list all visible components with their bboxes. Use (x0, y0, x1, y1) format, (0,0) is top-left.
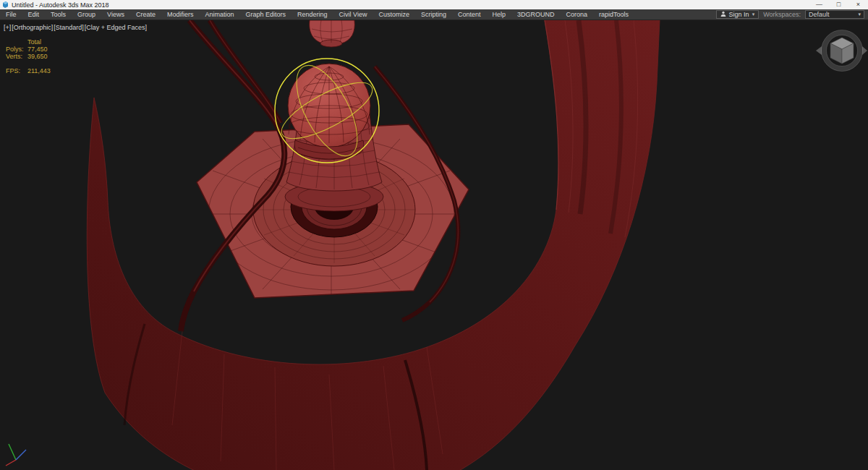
menu-help[interactable]: Help (486, 9, 511, 20)
menu-animation[interactable]: Animation (199, 9, 239, 20)
menu-3dground[interactable]: 3DGROUND (511, 9, 561, 20)
menu-content[interactable]: Content (452, 9, 487, 20)
workspace-select[interactable]: Default ▾ (805, 10, 864, 19)
menu-file[interactable]: File (0, 9, 22, 20)
menubar: FileEditToolsGroupViewsCreateModifiersAn… (0, 9, 868, 20)
viewport[interactable]: [+][Orthographic][Standard][Clay + Edged… (0, 20, 868, 470)
stat-verts: Verts:39,650 (6, 53, 51, 60)
stats-total-label: Total (27, 38, 51, 46)
stat-fps: FPS:211,443 (6, 67, 51, 74)
minimize-button[interactable]: — (809, 0, 829, 9)
menu-views[interactable]: Views (101, 9, 130, 20)
viewport-label-segment-1[interactable]: [Orthographic] (12, 24, 53, 31)
close-button[interactable]: × (848, 0, 868, 9)
maximize-button[interactable]: □ (829, 0, 848, 9)
viewcube-right-arrow-icon[interactable] (862, 46, 867, 55)
menu-create[interactable]: Create (130, 9, 161, 20)
viewport-label: [+][Orthographic][Standard][Clay + Edged… (4, 24, 147, 31)
stat-polys: Polys:77,450 (6, 46, 51, 53)
menu-scripting[interactable]: Scripting (415, 9, 452, 20)
view-cube[interactable] (816, 30, 867, 72)
sign-in-button[interactable]: Sign In ▾ (716, 10, 760, 19)
menu-graph-editors[interactable]: Graph Editors (239, 9, 292, 20)
menu-customize[interactable]: Customize (373, 9, 415, 20)
axis-tripod (6, 444, 26, 466)
chevron-down-icon: ▾ (858, 12, 861, 17)
window-title: Untitled - Autodesk 3ds Max 2018 (12, 1, 109, 9)
scene-canvas[interactable] (0, 20, 868, 470)
user-icon (720, 11, 726, 18)
chevron-down-icon: ▾ (752, 12, 755, 17)
lamp-cap-dome[interactable] (288, 64, 370, 160)
viewport-statistics: Total Polys:77,450Verts:39,650FPS:211,44… (6, 38, 51, 74)
app-icon (2, 1, 9, 8)
titlebar: Untitled - Autodesk 3ds Max 2018 — □ × (0, 0, 868, 9)
menu-corona[interactable]: Corona (560, 9, 593, 20)
menu-civil-view[interactable]: Civil View (333, 9, 373, 20)
menu-rendering[interactable]: Rendering (292, 9, 333, 20)
workspace-value: Default (809, 11, 830, 18)
menu-tools[interactable]: Tools (45, 9, 72, 20)
lamp-finial[interactable] (310, 20, 355, 47)
viewcube-left-arrow-icon[interactable] (816, 46, 822, 55)
viewport-label-segment-3[interactable]: [Clay + Edged Faces] (85, 24, 147, 31)
menu-modifiers[interactable]: Modifiers (161, 9, 200, 20)
viewport-label-segment-2[interactable]: [Standard] (54, 24, 84, 31)
menu-group[interactable]: Group (72, 9, 101, 20)
sign-in-label: Sign In (729, 11, 749, 18)
workspaces-label: Workspaces: (763, 11, 801, 18)
viewport-label-segment-0[interactable]: [+] (4, 24, 11, 31)
menu-edit[interactable]: Edit (22, 9, 46, 20)
app-window: Untitled - Autodesk 3ds Max 2018 — □ × F… (0, 0, 868, 470)
menu-rapidtools[interactable]: rapidTools (593, 9, 634, 20)
menu-items: FileEditToolsGroupViewsCreateModifiersAn… (0, 9, 634, 20)
